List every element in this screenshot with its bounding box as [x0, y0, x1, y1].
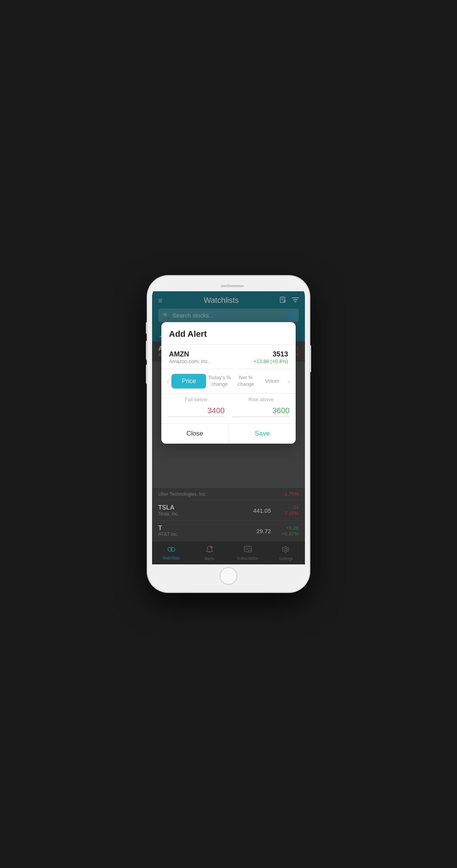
front-camera	[227, 284, 230, 287]
net-pct-change-option[interactable]: Net %change	[233, 375, 259, 388]
app-screen: ≡ Watchlists	[152, 291, 305, 564]
modal-buttons: Close Save	[161, 423, 296, 444]
modal-ticker: AMZN	[169, 350, 209, 358]
save-button[interactable]: Save	[229, 424, 296, 444]
volume-mute-button[interactable]	[146, 322, 147, 334]
fall-below-group: Fall below	[168, 397, 225, 417]
close-button[interactable]: Close	[161, 424, 229, 444]
todays-pct-change-option[interactable]: Today's %change	[206, 375, 232, 388]
volume-up-button[interactable]	[146, 341, 147, 360]
modal-title: Add Alert	[161, 322, 296, 345]
speaker	[221, 285, 244, 287]
rise-above-label: Rise above	[232, 397, 289, 402]
home-button[interactable]	[220, 567, 237, 585]
volume-option[interactable]: Volum	[259, 378, 285, 385]
modal-stock-info: AMZN Amazon.com, Inc.	[169, 350, 209, 364]
next-arrow[interactable]: ›	[286, 377, 293, 386]
add-alert-modal: Add Alert AMZN Amazon.com, Inc. 3513 +13…	[161, 322, 296, 444]
rise-above-input[interactable]	[232, 405, 289, 417]
power-button[interactable]	[310, 345, 311, 372]
modal-price-change: +13.88 (+0.4%)	[254, 358, 288, 364]
volume-down-button[interactable]	[146, 365, 147, 384]
alert-inputs: Fall below Rise above	[161, 393, 296, 423]
modal-overlay: Add Alert AMZN Amazon.com, Inc. 3513 +13…	[152, 291, 305, 564]
phone-bottom	[152, 564, 305, 588]
price-alert-button[interactable]: Price	[171, 374, 206, 388]
modal-price-block: 3513 +13.88 (+0.4%)	[254, 350, 288, 364]
modal-price: 3513	[254, 350, 288, 358]
prev-arrow[interactable]: ‹	[164, 377, 172, 386]
fall-below-label: Fall below	[168, 397, 225, 402]
alert-type-row: ‹ Price Today's %change Net %change Volu…	[161, 369, 296, 393]
rise-above-group: Rise above	[232, 397, 289, 417]
modal-company: Amazon.com, Inc.	[169, 358, 209, 364]
modal-stock-header: AMZN Amazon.com, Inc. 3513 +13.88 (+0.4%…	[161, 345, 296, 369]
phone-top-bar	[152, 280, 305, 291]
phone-screen: ≡ Watchlists	[152, 280, 305, 588]
fall-below-input[interactable]	[168, 405, 225, 417]
phone-frame: ≡ Watchlists	[147, 276, 310, 592]
inputs-separator	[225, 397, 232, 417]
